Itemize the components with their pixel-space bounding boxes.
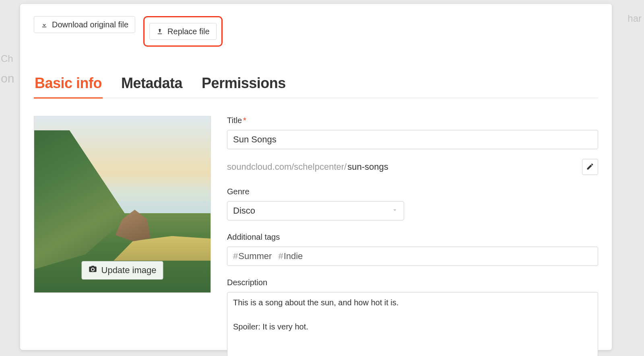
download-icon [41,21,48,28]
tag-item[interactable]: #Summer [233,251,272,261]
camera-icon [89,265,97,276]
edit-track-card: Download original file Replace file Basi… [20,4,612,350]
genre-value: Disco [233,206,255,216]
replace-file-button[interactable]: Replace file [149,23,217,40]
tab-permissions[interactable]: Permissions [201,75,287,98]
description-label: Description [227,278,598,287]
permalink-slug: sun-songs [347,162,388,172]
pencil-icon [586,163,594,172]
genre-label: Genre [227,187,598,196]
title-input[interactable] [227,130,598,149]
top-actions: Download original file Replace file [34,16,598,47]
tabs: Basic info Metadata Permissions [34,75,598,98]
tags-label: Additional tags [227,233,598,242]
replace-file-highlight: Replace file [143,16,223,47]
update-image-label: Update image [101,265,157,276]
replace-file-label: Replace file [167,27,210,35]
download-original-button[interactable]: Download original file [34,16,135,33]
tab-basic-info[interactable]: Basic info [34,75,103,99]
tag-item[interactable]: #Indie [278,251,303,261]
update-image-button[interactable]: Update image [82,261,163,280]
required-asterisk: * [243,116,246,125]
form-column: Title* soundcloud.com/schelpcenter/sun-s… [227,116,598,356]
cover-image: Update image [34,116,211,293]
permalink-prefix: soundcloud.com/schelpcenter/ [227,162,347,172]
cover-column: Update image [34,116,211,356]
tags-input[interactable]: #Summer #Indie [227,247,598,266]
permalink-text: soundcloud.com/schelpcenter/sun-songs [227,162,388,172]
tab-metadata[interactable]: Metadata [120,75,183,98]
download-original-label: Download original file [52,21,128,29]
upload-icon [156,28,163,35]
genre-select[interactable]: Disco [227,201,404,220]
description-textarea[interactable] [227,292,598,356]
edit-permalink-button[interactable] [582,159,598,175]
title-label: Title* [227,116,598,125]
